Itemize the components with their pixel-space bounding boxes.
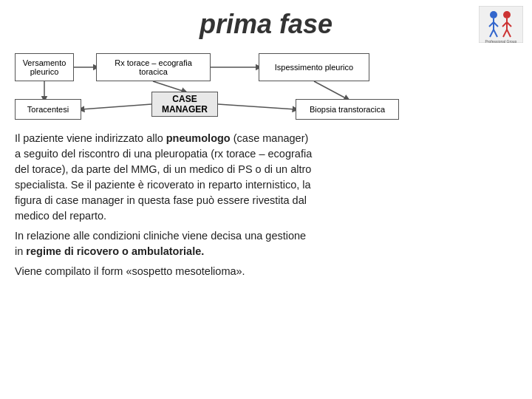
versamento-label: Versamento pleurico — [18, 58, 70, 76]
line5: figura di case manager in questa fase pu… — [15, 194, 307, 206]
svg-text:Professional Group: Professional Group — [485, 39, 517, 43]
box-case-manager: CASE MANAGER — [151, 92, 218, 117]
box-versamento: Versamento pleurico — [15, 53, 74, 81]
main-text-area: Il paziente viene indirizzato allo pneum… — [0, 125, 532, 279]
logo: Professional Group — [479, 6, 523, 43]
svg-point-1 — [490, 11, 497, 18]
line1-suffix: (case manager) — [231, 132, 309, 144]
paragraph-3: Viene compilato il form «sospetto mesote… — [15, 264, 517, 279]
box-ispessimento: Ispessimento pleurico — [259, 53, 369, 81]
line8-prefix: in — [15, 245, 26, 257]
page-title: prima fase — [0, 0, 532, 40]
svg-line-19 — [218, 104, 296, 109]
svg-line-15 — [153, 81, 185, 92]
diagram: Versamento pleurico Rx torace – ecografi… — [15, 47, 517, 125]
line8-bold: regime di ricovero o ambulatoriale. — [26, 245, 204, 257]
biopsia-label: Biopsia transtoracica — [310, 105, 385, 114]
line6: medico del reparto. — [15, 210, 106, 222]
line1-bold: pneumologo — [166, 132, 231, 144]
box-rx: Rx torace – ecografia toracica — [96, 53, 211, 81]
svg-line-17 — [81, 104, 151, 109]
svg-rect-0 — [479, 6, 523, 43]
line9: Viene compilato il form «sospetto mesote… — [15, 265, 245, 277]
box-biopsia: Biopsia transtoracica — [296, 99, 399, 120]
line1-prefix: Il paziente viene indirizzato allo — [15, 132, 166, 144]
line2: a seguito del riscontro di una pleuropat… — [15, 148, 312, 160]
line4: specialista. Se il paziente è ricoverato… — [15, 179, 311, 191]
svg-line-18 — [314, 81, 347, 99]
line3: del torace), da parte del MMG, di un med… — [15, 163, 311, 175]
svg-point-7 — [503, 11, 511, 18]
box-toracentesi: Toracentesi — [15, 99, 81, 120]
paragraph-1: Il paziente viene indirizzato allo pneum… — [15, 131, 517, 224]
toracentesi-label: Toracentesi — [27, 105, 69, 114]
line7: In relazione alle condizioni cliniche vi… — [15, 230, 306, 242]
paragraph-2: In relazione alle condizioni cliniche vi… — [15, 228, 517, 259]
case-manager-label: CASE MANAGER — [155, 94, 214, 115]
ispessimento-label: Ispessimento pleurico — [275, 63, 353, 72]
rx-label: Rx torace – ecografia toracica — [100, 58, 207, 76]
